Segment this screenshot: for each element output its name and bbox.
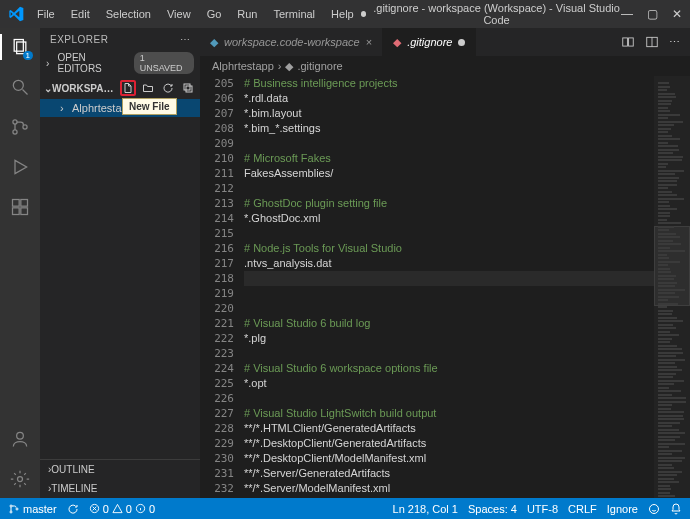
- svg-point-29: [650, 504, 659, 513]
- menu-help[interactable]: Help: [324, 5, 361, 23]
- line-gutter[interactable]: 205 206 207 208 209 210 211 212 213 214 …: [200, 76, 244, 498]
- outline-section[interactable]: ›OUTLINE: [40, 460, 200, 479]
- breadcrumb[interactable]: Alphrtestapp › ◆ .gitignore: [200, 56, 690, 76]
- info-count: 0: [149, 503, 155, 515]
- timeline-section[interactable]: ›TIMELINE: [40, 479, 200, 498]
- svg-marker-7: [15, 160, 27, 173]
- encoding-status[interactable]: UTF-8: [527, 503, 558, 515]
- accounts-icon[interactable]: [9, 428, 31, 450]
- svg-point-21: [10, 511, 12, 513]
- status-bar: master 0 0 0 Ln 218, Col 1 Spaces: 4 UTF…: [0, 498, 690, 519]
- collapse-all-button[interactable]: [180, 80, 196, 96]
- title-bar: FileEditSelectionViewGoRunTerminalHelp .…: [0, 0, 690, 28]
- dirty-dot-icon: [361, 11, 366, 17]
- menu-terminal[interactable]: Terminal: [267, 5, 323, 23]
- explorer-label: EXPLORER: [50, 34, 108, 45]
- svg-point-4: [13, 120, 17, 124]
- svg-rect-8: [13, 200, 20, 207]
- explorer-icon[interactable]: 1: [9, 36, 31, 58]
- timeline-label: TIMELINE: [51, 483, 97, 494]
- language-mode[interactable]: Ignore: [607, 503, 638, 515]
- menu-view[interactable]: View: [160, 5, 198, 23]
- problems-status[interactable]: 0 0 0: [89, 503, 155, 515]
- dirty-dot-icon: [458, 39, 465, 46]
- notifications-bell-icon[interactable]: [670, 503, 682, 515]
- outline-label: OUTLINE: [51, 464, 94, 475]
- tab-workspace-code-workspace[interactable]: ◆workspace.code-workspace×: [200, 28, 383, 56]
- new-file-tooltip: New File: [122, 98, 177, 115]
- menu-run[interactable]: Run: [230, 5, 264, 23]
- error-count: 0: [103, 503, 109, 515]
- extensions-icon[interactable]: [9, 196, 31, 218]
- svg-point-2: [13, 80, 23, 90]
- branch-status[interactable]: master: [8, 503, 57, 515]
- svg-point-5: [13, 130, 17, 134]
- window-title: .gitignore - workspace (Workspace) - Vis…: [361, 2, 621, 26]
- minimap-viewport[interactable]: [654, 226, 690, 306]
- svg-rect-9: [21, 200, 28, 207]
- refresh-button[interactable]: [160, 80, 176, 96]
- chevron-down-icon: ⌄: [44, 83, 52, 94]
- close-tab-icon[interactable]: ×: [366, 36, 372, 48]
- run-debug-icon[interactable]: [9, 156, 31, 178]
- explorer-badge: 1: [23, 51, 33, 60]
- file-icon: ◆: [285, 60, 293, 73]
- settings-gear-icon[interactable]: [9, 468, 31, 490]
- svg-point-22: [16, 508, 18, 510]
- svg-point-6: [23, 125, 27, 129]
- close-button[interactable]: ✕: [672, 7, 682, 21]
- svg-rect-11: [21, 208, 28, 215]
- explorer-more-icon[interactable]: ⋯: [180, 34, 191, 45]
- svg-rect-10: [13, 208, 20, 215]
- menu-file[interactable]: File: [30, 5, 62, 23]
- svg-point-13: [18, 477, 23, 482]
- svg-point-12: [17, 432, 24, 439]
- svg-rect-0: [14, 40, 23, 52]
- new-folder-button[interactable]: [140, 80, 156, 96]
- svg-rect-15: [186, 86, 192, 92]
- tab-label: .gitignore: [407, 36, 452, 48]
- more-icon[interactable]: ⋯: [669, 36, 680, 49]
- breadcrumb-root[interactable]: Alphrtestapp: [212, 60, 274, 72]
- minimap[interactable]: [654, 76, 690, 498]
- open-editors-section[interactable]: › OPEN EDITORS 1 UNSAVED: [40, 49, 200, 77]
- workspace-section[interactable]: ⌄ WORKSPACE (WORKS... New File: [40, 77, 200, 99]
- compare-icon[interactable]: [621, 35, 635, 49]
- svg-rect-17: [629, 38, 634, 46]
- chevron-right-icon: ›: [46, 58, 58, 69]
- svg-rect-14: [184, 84, 190, 90]
- cursor-position[interactable]: Ln 218, Col 1: [393, 503, 458, 515]
- new-file-button[interactable]: New File: [120, 80, 136, 96]
- source-control-icon[interactable]: [9, 116, 31, 138]
- menu-selection[interactable]: Selection: [99, 5, 158, 23]
- chevron-right-icon: ›: [278, 60, 282, 72]
- feedback-icon[interactable]: [648, 503, 660, 515]
- tab-bar: ◆workspace.code-workspace×◆.gitignore ⋯: [200, 28, 690, 56]
- maximize-button[interactable]: ▢: [647, 7, 658, 21]
- file-icon: ◆: [393, 36, 401, 49]
- minimize-button[interactable]: —: [621, 7, 633, 21]
- menu-go[interactable]: Go: [200, 5, 229, 23]
- file-icon: ◆: [210, 36, 218, 49]
- svg-line-3: [23, 90, 28, 95]
- split-editor-icon[interactable]: [645, 35, 659, 49]
- code-editor[interactable]: # Business intelligence projects *.rdl.d…: [244, 76, 654, 498]
- chevron-right-icon: ›: [60, 102, 72, 114]
- tab-label: workspace.code-workspace: [224, 36, 360, 48]
- open-editors-label: OPEN EDITORS: [58, 52, 130, 74]
- menu-bar: FileEditSelectionViewGoRunTerminalHelp: [30, 5, 361, 23]
- svg-rect-16: [623, 38, 628, 46]
- eol-status[interactable]: CRLF: [568, 503, 597, 515]
- sync-status[interactable]: [67, 503, 79, 515]
- vscode-icon: [8, 6, 24, 22]
- sidebar: EXPLORER ⋯ › OPEN EDITORS 1 UNSAVED ⌄ WO…: [40, 28, 200, 498]
- warning-count: 0: [126, 503, 132, 515]
- menu-edit[interactable]: Edit: [64, 5, 97, 23]
- editor-area: ◆workspace.code-workspace×◆.gitignore ⋯ …: [200, 28, 690, 498]
- tab--gitignore[interactable]: ◆.gitignore: [383, 28, 476, 56]
- window-title-text: .gitignore - workspace (Workspace) - Vis…: [372, 2, 621, 26]
- activity-bar: 1: [0, 28, 40, 498]
- breadcrumb-file[interactable]: .gitignore: [297, 60, 342, 72]
- indentation-status[interactable]: Spaces: 4: [468, 503, 517, 515]
- search-icon[interactable]: [9, 76, 31, 98]
